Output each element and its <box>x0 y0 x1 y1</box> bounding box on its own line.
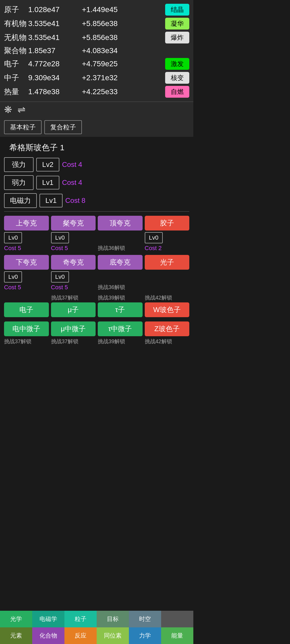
cost-label: Cost 5 <box>51 245 68 252</box>
resource-rate: +5.856e38 <box>82 19 165 28</box>
force-cost-label: Cost 8 <box>65 196 85 205</box>
particle-button[interactable]: 底夸克 <box>98 255 143 270</box>
particle-button[interactable]: μ中微子 <box>51 321 96 336</box>
resource-rate: +4.759e25 <box>82 60 165 68</box>
nav-button[interactable]: 化合物 <box>32 627 64 644</box>
resource-name: 中子 <box>4 73 28 83</box>
level-button[interactable]: Lv0 <box>4 232 22 243</box>
lv-cell: Lv0 <box>51 271 96 283</box>
tab-compound[interactable]: 复合粒子 <box>44 120 82 134</box>
resource-value: 1.478e38 <box>28 87 82 96</box>
level-button[interactable]: Lv0 <box>145 232 163 243</box>
cost-cell: Cost 5 <box>4 244 49 252</box>
section-title: 希格斯玻色子 1 <box>9 142 189 153</box>
nav-button[interactable]: 粒子 <box>64 611 97 627</box>
particle-button[interactable]: 光子 <box>145 255 190 270</box>
level-button[interactable]: Lv0 <box>51 232 69 243</box>
lv-cell: Lv0 <box>4 232 49 243</box>
cost-cell: 挑战37解锁 <box>51 294 96 301</box>
resource-value: 3.535e41 <box>28 19 82 28</box>
cost-label: Cost 5 <box>4 284 21 291</box>
cost-label: 挑战39解锁 <box>98 294 125 301</box>
particle-section: 上夸克粲夸克顶夸克胶子 Lv0Lv0Lv0 Cost 5Cost 5挑战36解锁… <box>4 216 189 345</box>
resource-panel: 原子1.028e47+1.449e45结晶有机物3.535e41+5.856e3… <box>0 0 193 102</box>
nav-button[interactable] <box>161 611 193 627</box>
cost-label: 挑战37解锁 <box>4 338 31 345</box>
force-level-button[interactable]: Lv2 <box>36 158 59 171</box>
bottom-nav: 光学电磁学粒子目标时空 元素化合物反应同位素力学能量 <box>0 611 193 644</box>
lv-cell <box>98 232 143 243</box>
force-name-button[interactable]: 电磁力 <box>4 193 37 208</box>
particle-button[interactable]: 顶夸克 <box>98 216 143 230</box>
force-name-button[interactable]: 弱力 <box>4 175 34 190</box>
nav-button[interactable]: 反应 <box>64 627 97 644</box>
resource-action-button[interactable]: 核变 <box>165 72 189 84</box>
cost-cell: 挑战39解锁 <box>98 294 143 301</box>
particle-button[interactable]: 胶子 <box>145 216 190 230</box>
resource-name: 热量 <box>4 87 28 97</box>
nav-button[interactable]: 能量 <box>161 627 193 644</box>
particle-button[interactable]: τ子 <box>98 302 143 317</box>
force-level-button[interactable]: Lv1 <box>36 176 59 189</box>
resource-value: 3.535e41 <box>28 33 82 42</box>
nav-button[interactable]: 目标 <box>97 611 129 627</box>
cost-label: 挑战36解锁 <box>98 244 125 252</box>
lv-cell: Lv0 <box>51 232 96 243</box>
gear-icon[interactable]: ❋ <box>4 104 12 115</box>
cost-cell: 挑战42解锁 <box>145 338 190 345</box>
shuffle-icon[interactable]: ⇌ <box>17 104 26 115</box>
level-button[interactable]: Lv0 <box>51 271 69 283</box>
resource-action-button[interactable]: 爆炸 <box>165 32 189 43</box>
lv-cell: Lv0 <box>145 232 190 243</box>
resource-action-button[interactable]: 结晶 <box>165 4 189 16</box>
cost-cell: Cost 5 <box>51 284 96 291</box>
nav-button[interactable]: 元素 <box>0 627 32 644</box>
particle-button[interactable]: 电子 <box>4 302 49 317</box>
level-button[interactable]: Lv0 <box>4 271 22 283</box>
cost-cell: 挑战36解锁 <box>98 284 143 291</box>
force-cost-label: Cost 4 <box>62 160 82 169</box>
particle-button[interactable]: 下夸克 <box>4 255 49 270</box>
resource-rate: +1.449e45 <box>82 5 165 14</box>
particle-button[interactable]: μ子 <box>51 302 96 317</box>
particle-button[interactable]: τ中微子 <box>98 321 143 336</box>
particle-button[interactable]: 上夸克 <box>4 216 49 230</box>
tab-basic[interactable]: 基本粒子 <box>4 120 42 134</box>
nav-button[interactable]: 力学 <box>129 627 161 644</box>
nav-button[interactable]: 同位素 <box>97 627 129 644</box>
resource-rate: +4.225e33 <box>82 87 165 96</box>
resource-action-button[interactable]: 自燃 <box>165 86 189 98</box>
particle-button[interactable]: W玻色子 <box>145 302 190 317</box>
lv-cell <box>98 271 143 283</box>
resource-row: 无机物3.535e41+5.856e38爆炸 <box>4 31 189 45</box>
cost-cell: Cost 5 <box>4 284 49 291</box>
resource-name: 电子 <box>4 59 28 69</box>
icon-row: ❋ ⇌ <box>0 102 193 118</box>
cost-label: Cost 2 <box>145 245 162 252</box>
particle-button[interactable]: 粲夸克 <box>51 216 96 230</box>
particle-button[interactable]: 电中微子 <box>4 321 49 336</box>
force-name-button[interactable]: 强力 <box>4 157 34 172</box>
resource-action-button[interactable]: 凝华 <box>165 18 189 30</box>
resource-value: 4.772e28 <box>28 60 82 68</box>
particle-button[interactable]: 奇夸克 <box>51 255 96 270</box>
cost-label: Cost 5 <box>51 284 68 291</box>
particle-button[interactable]: Z玻色子 <box>145 321 190 336</box>
resource-name: 有机物 <box>4 19 28 29</box>
resource-row: 原子1.028e47+1.449e45结晶 <box>4 3 189 17</box>
resource-value: 1.85e37 <box>28 46 82 55</box>
force-level-button[interactable]: Lv1 <box>39 194 63 207</box>
resource-rate: +5.856e38 <box>82 33 165 42</box>
cost-cell: 挑战39解锁 <box>98 338 143 345</box>
resource-action-button[interactable]: 激发 <box>165 58 189 70</box>
cost-label: 挑战37解锁 <box>51 338 78 345</box>
nav-button[interactable]: 电磁学 <box>32 611 64 627</box>
nav-button[interactable]: 光学 <box>0 611 32 627</box>
cost-cell: Cost 5 <box>51 244 96 252</box>
resource-name: 无机物 <box>4 32 28 43</box>
force-row: 强力Lv2Cost 4 <box>4 157 189 172</box>
cost-label: 挑战36解锁 <box>98 284 125 291</box>
nav-button[interactable]: 时空 <box>129 611 161 627</box>
resource-row: 有机物3.535e41+5.856e38凝华 <box>4 17 189 31</box>
force-row: 弱力Lv1Cost 4 <box>4 175 189 190</box>
